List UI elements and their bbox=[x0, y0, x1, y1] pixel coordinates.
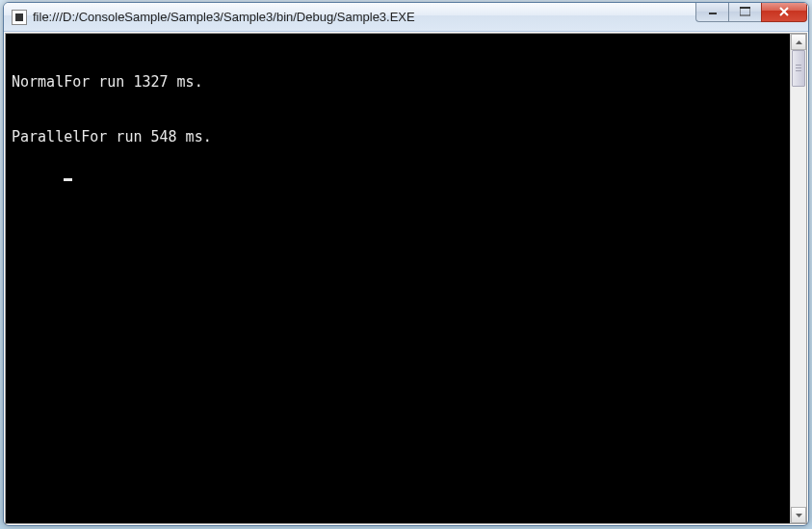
window-title: file:///D:/ConsoleSample/Sample3/Sample3… bbox=[33, 10, 695, 24]
console-output[interactable]: NormalFor run 1327 ms. ParallelFor run 5… bbox=[6, 34, 790, 523]
app-window: file:///D:/ConsoleSample/Sample3/Sample3… bbox=[3, 2, 809, 526]
vertical-scrollbar[interactable] bbox=[790, 34, 806, 523]
maximize-button[interactable] bbox=[728, 2, 761, 22]
chevron-down-icon bbox=[795, 513, 803, 518]
app-icon bbox=[12, 10, 27, 25]
window-controls bbox=[695, 3, 808, 31]
close-button[interactable] bbox=[761, 2, 807, 22]
console-line: NormalFor run 1327 ms. bbox=[12, 73, 784, 92]
svg-rect-2 bbox=[740, 7, 750, 9]
console-line: ParallelFor run 548 ms. bbox=[12, 128, 784, 146]
chevron-up-icon bbox=[795, 40, 803, 45]
svg-rect-0 bbox=[709, 13, 717, 14]
client-area: NormalFor run 1327 ms. ParallelFor run 5… bbox=[5, 33, 807, 524]
maximize-icon bbox=[740, 7, 750, 16]
scroll-down-button[interactable] bbox=[791, 507, 806, 523]
title-bar[interactable]: file:///D:/ConsoleSample/Sample3/Sample3… bbox=[4, 3, 808, 32]
scroll-track[interactable] bbox=[791, 50, 806, 507]
scroll-up-button[interactable] bbox=[791, 34, 806, 50]
close-icon bbox=[778, 7, 790, 16]
minimize-icon bbox=[708, 7, 718, 16]
cursor bbox=[64, 178, 72, 181]
scroll-thumb[interactable] bbox=[792, 50, 805, 87]
minimize-button[interactable] bbox=[695, 2, 728, 22]
